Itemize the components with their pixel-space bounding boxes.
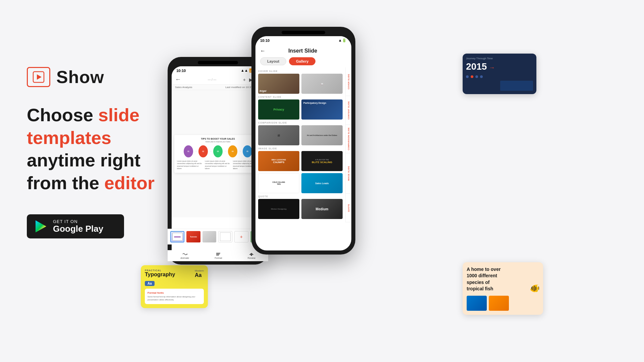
slide-sales[interactable]: Sales Leads <box>301 173 343 193</box>
thumb-2[interactable]: Tutorials <box>186 231 200 242</box>
tab-switcher: Layout Gallery <box>255 55 351 67</box>
typo-aa-blue: Aa <box>145 281 155 286</box>
nav-review[interactable]: Review <box>248 252 255 259</box>
typo-section-body: Some formal font tip information about d… <box>148 295 201 301</box>
slide-canvas: TIPS TO BOOST YOUR SALES Action plan to … <box>174 135 261 173</box>
typo-aa-large: Aa <box>195 272 204 278</box>
fish-decoration: 🐠 <box>530 284 540 293</box>
flow-node-5: 05 <box>243 145 252 157</box>
blitz-text: BLITZ SCALING <box>312 161 332 164</box>
back-icon[interactable]: ← <box>175 76 181 83</box>
quote-slide-grid: Motion Designing Medium <box>258 199 343 219</box>
phone-1-bottom-nav: Animate Format Review <box>172 250 264 261</box>
svg-marker-1 <box>37 74 42 80</box>
file-name: Sales Analysis <box>175 86 192 89</box>
slide-canvas-title: TIPS TO BOOST YOUR SALES <box>177 138 259 140</box>
thumb-blank[interactable] <box>218 231 232 242</box>
phones-container: 10:10 ▲▲ 📶 🔋 ← — / — + ▶ ⋯ Sales Analysi… <box>141 20 476 321</box>
nav-animate[interactable]: Animate <box>180 252 189 259</box>
dot-4 <box>480 75 483 78</box>
google-play-store-name: Google Play <box>53 224 103 234</box>
sales-leads-text: Sales Leads <box>315 182 329 185</box>
tab-gallery[interactable]: Gallery <box>289 57 315 65</box>
slide-col-2: Lorem ipsum dolor sit amet consectetur a… <box>205 160 231 170</box>
fish-card-text: A home to over 1000 different species of… <box>467 266 504 292</box>
typo-right: Modern Aa <box>195 269 204 278</box>
dark-card-year-row: 2015 → <box>466 61 533 72</box>
flow-arrow-1: → <box>194 150 197 153</box>
slide-cover-2[interactable]: 📖 <box>301 74 343 94</box>
fish-thumbnails <box>467 296 539 311</box>
slide-gallery-grid: COVER SLIDE Ikigai 📖 CONTENT SLIDE Pr <box>255 67 345 222</box>
svg-rect-4 <box>216 253 220 254</box>
dot-3 <box>475 75 478 78</box>
insert-slide-title: Insert Slide <box>288 48 317 54</box>
phone-2: 10:10 ▲🔋 ← Insert Slide Layout Gallery <box>251 27 355 255</box>
flow-node-4: 04 <box>228 145 237 157</box>
phone-2-signal: ▲🔋 <box>338 38 347 43</box>
typo-left: PRACTICAL Typography <box>145 269 175 278</box>
typo-header: PRACTICAL Typography Modern Aa <box>145 269 204 278</box>
phone-1-thumbnails: Tutorials + OUR TEAM MEMBERS <box>172 229 264 244</box>
phone-2-screen: 10:10 ▲🔋 ← Insert Slide Layout Gallery <box>255 36 351 250</box>
slide-canvas-subtitle: Action plan to improve your Sales <box>177 141 259 143</box>
dark-card-arrow: → <box>489 64 495 71</box>
thumb-add[interactable]: + <box>234 231 248 242</box>
thumb-1[interactable] <box>172 231 184 242</box>
google-play-button[interactable]: GET IT ON Google Play <box>27 214 124 238</box>
phone-2-notch <box>282 31 325 34</box>
tab-layout[interactable]: Layout <box>260 57 286 65</box>
svg-rect-6 <box>216 255 219 256</box>
slide-motion[interactable]: Motion Designing <box>258 199 299 219</box>
nav-format-label: Format <box>215 257 222 259</box>
google-play-text: GET IT ON Google Play <box>53 219 103 234</box>
insert-back-icon[interactable]: ← <box>260 48 266 54</box>
svg-rect-5 <box>216 254 220 255</box>
sidebar-tag-content: CONTENT SLIDE <box>346 96 351 125</box>
section-label-comparison: COMPARISON SLIDE <box>258 122 343 124</box>
svg-marker-2 <box>36 220 46 232</box>
slide-privacy[interactable]: Privacy <box>258 99 299 120</box>
flow-arrow-2: → <box>209 150 212 153</box>
dark-slide-1 <box>466 81 499 91</box>
play-logo-svg <box>33 71 45 83</box>
book-text: 📖 <box>321 83 323 85</box>
slide-text-columns: Lorem ipsum dolor sit amet consectetur a… <box>177 160 259 170</box>
headline-part1: Choose <box>27 105 98 125</box>
thumb-3[interactable] <box>202 231 216 242</box>
sidebar-tag-cover: COVER SLIDE <box>346 67 351 96</box>
ikigai-text: Ikigai <box>259 89 266 92</box>
flow-arrow-3: → <box>224 150 227 153</box>
phone-2-status-bar: 10:10 ▲🔋 <box>255 36 351 45</box>
timeline-dots <box>466 75 533 78</box>
image-slide-grid: BBA LESSONS ChUMPS A PLAN FOR THE BLITZ … <box>258 151 343 171</box>
arch-text: ⬛ <box>278 134 280 137</box>
phone-1-time: 10:10 <box>176 69 186 73</box>
phone-1-file-info: Sales Analysis Last modified on 10:37:42… <box>172 85 264 90</box>
slide-pyramid[interactable]: Art and Architecture under the Globes <box>301 125 343 145</box>
typo-modern: Modern <box>195 269 204 272</box>
typo-section-title: Formal fonts <box>148 291 201 294</box>
add-icon[interactable]: + <box>243 77 246 82</box>
get-it-on-label: GET IT ON <box>53 219 103 224</box>
slide-ball[interactable]: BBA LESSONS ChUMPS <box>258 151 299 171</box>
slide-blitz[interactable]: A PLAN FOR THE BLITZ SCALING <box>301 151 343 171</box>
phone-1-slide-content: TIPS TO BOOST YOUR SALES Action plan to … <box>172 90 264 217</box>
slide-medium[interactable]: Medium <box>301 199 343 219</box>
dot-2 <box>471 75 473 78</box>
comparison-slide-grid: ⬛ Art and Architecture under the Globes <box>258 125 343 145</box>
section-label-content: CONTENT SLIDE <box>258 96 343 98</box>
flow-arrow-4: → <box>239 150 241 153</box>
nav-format[interactable]: Format <box>215 252 222 259</box>
slide-cover-1[interactable]: Ikigai <box>258 74 299 94</box>
slide-cold[interactable]: COLD CALLINGTIPS <box>258 173 299 193</box>
fish-card: A home to over 1000 different species of… <box>463 262 543 315</box>
motion-text: Motion Designing <box>271 208 286 210</box>
typo-practical-label: PRACTICAL <box>145 269 175 272</box>
logo-icon <box>27 67 50 87</box>
dark-card-year: 2015 <box>466 61 487 72</box>
slide-arch[interactable]: ⬛ <box>258 125 299 145</box>
slide-participatory[interactable]: Participatory Design <box>301 99 343 120</box>
google-play-icon <box>34 220 48 233</box>
typography-card: PRACTICAL Typography Modern Aa Aa Formal… <box>141 265 208 308</box>
